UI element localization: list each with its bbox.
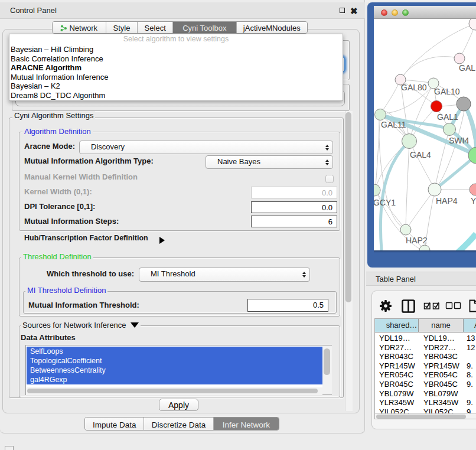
svg-text:GAL80: GAL80 bbox=[401, 83, 427, 92]
svg-text:GAL10: GAL10 bbox=[434, 87, 460, 96]
svg-text:GAL1: GAL1 bbox=[437, 112, 458, 122]
svg-text:HAP4: HAP4 bbox=[436, 196, 458, 206]
svg-text:GCY1: GCY1 bbox=[374, 198, 396, 207]
svg-text:GAL11: GAL11 bbox=[381, 120, 406, 129]
svg-text:HAP2: HAP2 bbox=[406, 236, 428, 245]
svg-text:GAL: GAL bbox=[459, 63, 475, 73]
svg-text:GAL4: GAL4 bbox=[410, 150, 431, 159]
svg-text:SWI4: SWI4 bbox=[449, 136, 469, 145]
svg-text:Y: Y bbox=[471, 196, 476, 206]
